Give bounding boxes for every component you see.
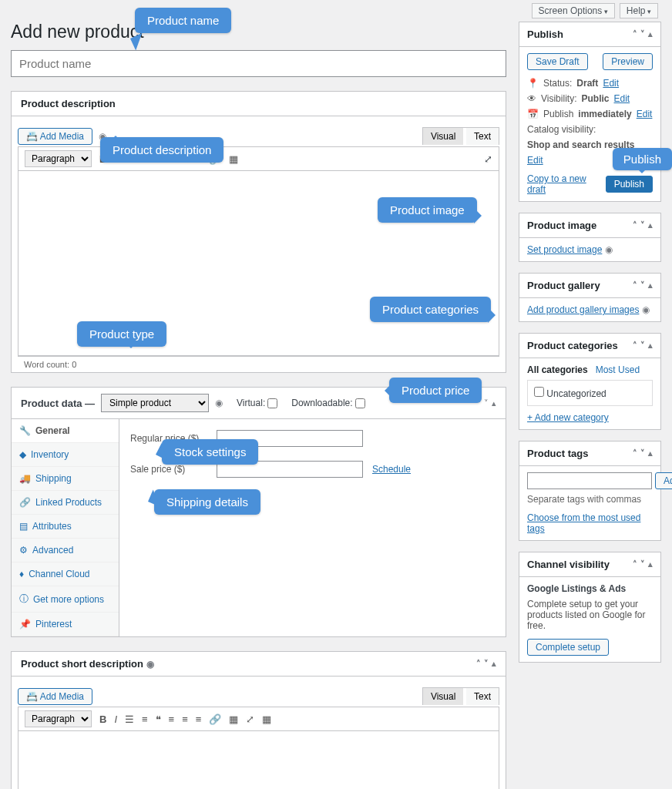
general-tab[interactable]: 🔧 General — [12, 419, 119, 443]
publish-title: Publish — [527, 29, 563, 40]
gla-title: Google Listings & Ads — [527, 583, 653, 594]
channel-cloud-tab[interactable]: ♦ Channel Cloud — [12, 562, 119, 586]
choose-tags-link[interactable]: Choose from the most used tags — [527, 512, 640, 534]
attributes-tab[interactable]: ▤ Attributes — [12, 515, 119, 539]
linked-products-tab[interactable]: 🔗 Linked Products — [12, 491, 119, 515]
publish-date-row: 📅 Publish immediately Edit — [527, 109, 653, 119]
all-categories-tab[interactable]: All categories — [527, 364, 588, 375]
visual-tab-short[interactable]: Visual — [423, 688, 463, 705]
product-tags-title: Product tags — [527, 448, 588, 459]
add-new-category-link[interactable]: + Add new category — [527, 412, 609, 423]
gla-desc: Complete setup to get your products list… — [527, 599, 653, 631]
virtual-checkbox[interactable]: Virtual: — [237, 398, 277, 408]
edit-status-link[interactable]: Edit — [603, 78, 619, 89]
bold-icon[interactable]: B — [99, 153, 106, 165]
align-left-icon[interactable]: ≡ — [169, 153, 175, 165]
complete-setup-button[interactable]: Complete setup — [527, 639, 609, 656]
regular-price-input[interactable] — [217, 430, 363, 447]
get-more-options-tab[interactable]: ⓘ Get more options — [12, 586, 119, 613]
kitchen-sink-icon[interactable]: ▦ — [262, 713, 271, 725]
uncategorized-checkbox[interactable]: Uncategorized — [534, 388, 606, 399]
triangle-icon[interactable]: ▴ — [492, 659, 496, 669]
add-tag-button[interactable]: Add — [655, 472, 672, 489]
regular-price-label: Regular price ($) — [130, 433, 207, 444]
add-gallery-images-link[interactable]: Add product gallery images — [527, 304, 639, 315]
tag-input[interactable] — [527, 472, 652, 489]
help-icon[interactable]: ◉ — [605, 244, 613, 255]
help-icon[interactable]: ◉ — [215, 398, 223, 408]
set-product-image-link[interactable]: Set product image — [527, 244, 602, 255]
shipping-tab[interactable]: 🚚 Shipping — [12, 467, 119, 491]
align-right-icon[interactable]: ≡ — [196, 713, 202, 725]
align-center-icon[interactable]: ≡ — [182, 713, 188, 725]
catalog-visibility-row: Catalog visibility: Shop and search resu… — [527, 124, 653, 166]
edit-visibility-link[interactable]: Edit — [613, 93, 630, 104]
screen-options-button[interactable]: Screen Options — [532, 3, 615, 18]
fullscreen-icon[interactable]: ⤢ — [484, 153, 492, 165]
text-tab-short[interactable]: Text — [466, 688, 499, 705]
italic-icon[interactable]: I — [114, 153, 117, 165]
numberlist-icon[interactable]: ≡ — [142, 153, 148, 165]
most-used-tab[interactable]: Most Used — [596, 364, 640, 375]
sale-price-label: Sale price ($) — [130, 464, 207, 475]
sale-price-input[interactable] — [217, 461, 363, 478]
bulletlist-icon[interactable]: ☰ — [125, 713, 134, 725]
text-tab[interactable]: Text — [466, 128, 499, 145]
paragraph-select[interactable]: Paragraph — [25, 150, 92, 167]
short-description-editor[interactable] — [18, 731, 499, 789]
more-icon[interactable]: ▦ — [229, 713, 238, 725]
word-count: Word count: 0 — [18, 356, 499, 372]
visual-tab[interactable]: Visual — [423, 128, 463, 145]
link-icon[interactable]: 🔗 — [209, 153, 221, 165]
visibility-row: 👁 Visibility: Public Edit — [527, 93, 653, 104]
product-gallery-title: Product gallery — [527, 280, 600, 291]
add-media-button[interactable]: 📇 Add Media — [18, 128, 92, 145]
tags-hint: Separate tags with commas — [527, 494, 653, 505]
down-icon[interactable]: ˅ — [484, 398, 489, 408]
help-button[interactable]: Help — [620, 3, 658, 18]
product-name-input[interactable] — [11, 50, 506, 77]
page-title: Add new product — [11, 22, 506, 42]
schedule-link[interactable]: Schedule — [372, 464, 411, 475]
description-editor[interactable] — [18, 171, 499, 356]
publish-button[interactable]: Publish — [606, 176, 653, 193]
product-type-select[interactable]: Simple product — [101, 394, 209, 412]
product-data-title: Product data — — [21, 398, 95, 409]
preview-button[interactable]: Preview — [603, 53, 653, 70]
more-icon[interactable]: ▦ — [229, 153, 238, 165]
help-icon[interactable]: ◉ — [99, 131, 106, 142]
align-left-icon[interactable]: ≡ — [169, 713, 175, 725]
edit-date-link[interactable]: Edit — [637, 109, 653, 119]
downloadable-checkbox[interactable]: Downloadable: — [291, 398, 365, 408]
bulletlist-icon[interactable]: ☰ — [125, 153, 134, 165]
quote-icon[interactable]: ❝ — [156, 713, 161, 725]
edit-catalog-link[interactable]: Edit — [527, 155, 543, 166]
product-description-header: Product description — [12, 92, 506, 116]
link-icon[interactable]: 🔗 — [209, 713, 221, 725]
add-media-button-short[interactable]: 📇 Add Media — [18, 688, 92, 705]
bold-icon[interactable]: B — [99, 713, 106, 725]
paragraph-select-short[interactable]: Paragraph — [25, 710, 92, 727]
pinterest-tab[interactable]: 📌 Pinterest — [12, 613, 119, 636]
triangle-icon[interactable]: ▴ — [492, 398, 496, 408]
align-center-icon[interactable]: ≡ — [182, 153, 188, 165]
status-row: 📍 Status: Draft Edit — [527, 78, 653, 89]
quote-icon[interactable]: ❝ — [156, 153, 161, 165]
save-draft-button[interactable]: Save Draft — [527, 53, 588, 70]
italic-icon[interactable]: I — [114, 713, 117, 725]
advanced-tab[interactable]: ⚙ Advanced — [12, 539, 119, 562]
fullscreen-icon[interactable]: ⤢ — [246, 713, 254, 725]
numberlist-icon[interactable]: ≡ — [142, 713, 148, 725]
product-categories-title: Product categories — [527, 340, 618, 351]
short-description-title: Product short description — [21, 658, 143, 670]
up-icon[interactable]: ˄ — [476, 659, 481, 669]
product-image-title: Product image — [527, 220, 596, 231]
copy-to-draft-link[interactable]: Copy to a new draft — [527, 173, 606, 195]
channel-visibility-title: Channel visibility — [527, 559, 610, 570]
help-icon[interactable]: ◉ — [642, 304, 650, 315]
up-icon[interactable]: ˄ — [476, 398, 481, 408]
inventory-tab[interactable]: ◆ Inventory — [12, 443, 119, 467]
help-icon[interactable]: ◉ — [146, 659, 154, 670]
align-right-icon[interactable]: ≡ — [196, 153, 202, 165]
down-icon[interactable]: ˅ — [484, 659, 489, 669]
